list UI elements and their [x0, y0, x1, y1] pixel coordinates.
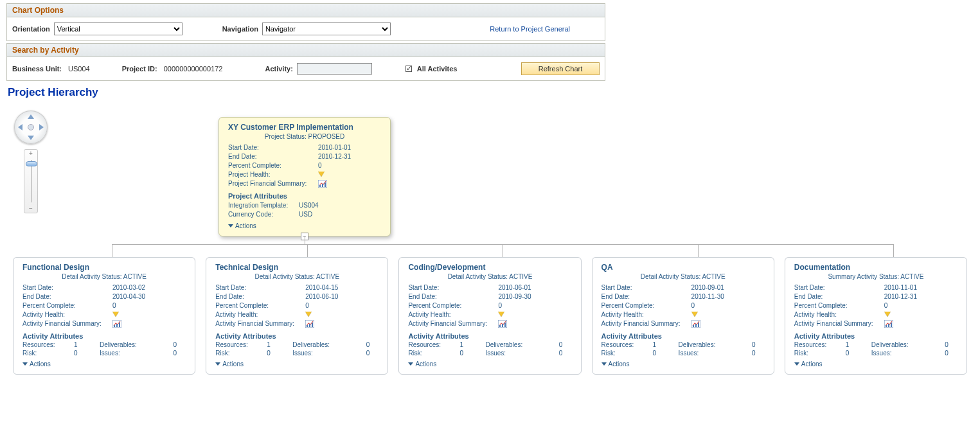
deliverables-value: 0: [537, 341, 562, 348]
activity-node[interactable]: DocumentationSummary Activity Status: AC…: [785, 257, 967, 375]
resources-label: Resources:: [22, 341, 74, 348]
svg-rect-21: [886, 325, 887, 327]
resources-label: Resources:: [794, 341, 846, 348]
connector-lines: [13, 236, 967, 257]
activity-health-label: Activity Health:: [215, 311, 305, 318]
activity-title: Documentation: [794, 263, 958, 272]
root-node[interactable]: XY Customer ERP Implementation Project S…: [218, 117, 391, 236]
root-node-status: Project Status: PROPOSED: [228, 133, 381, 140]
risk-label: Risk:: [22, 350, 74, 357]
svg-rect-5: [114, 325, 115, 327]
activity-actions-link[interactable]: Actions: [215, 360, 244, 368]
issues-label: Issues:: [485, 350, 537, 357]
root-actions-link[interactable]: Actions: [228, 222, 256, 229]
activity-node[interactable]: Technical DesignDetail Activity Status: …: [206, 257, 388, 375]
activity-status: Summary Activity Status: ACTIVE: [794, 273, 958, 280]
activity-actions-link[interactable]: Actions: [408, 360, 436, 368]
project-id-value: 000000000000172: [164, 65, 223, 73]
financial-summary-icon[interactable]: [112, 320, 121, 328]
activity-actions-link[interactable]: Actions: [22, 360, 51, 368]
activity-start-label: Start Date:: [601, 284, 691, 291]
issues-label: Issues:: [100, 350, 151, 357]
activity-start-label: Start Date:: [215, 284, 305, 291]
issues-label: Issues:: [871, 350, 923, 357]
all-activities-checkbox[interactable]: [405, 66, 412, 72]
issues-value: 0: [151, 350, 177, 357]
activity-input[interactable]: [297, 63, 372, 75]
activity-start-label: Start Date:: [408, 284, 498, 291]
activity-start-label: Start Date:: [794, 284, 884, 291]
business-unit-label: Business Unit:: [12, 65, 62, 73]
activity-pct-label: Percent Complete:: [408, 302, 498, 309]
svg-rect-6: [116, 324, 118, 327]
activity-end-value: 2010-12-31: [884, 293, 958, 300]
activity-node[interactable]: QADetail Activity Status: ACTIVEStart Da…: [592, 257, 774, 375]
risk-value: 0: [653, 350, 679, 357]
risk-label: Risk:: [215, 350, 267, 357]
refresh-chart-button[interactable]: Refresh Chart: [521, 62, 600, 75]
svg-rect-19: [698, 323, 699, 327]
navigation-select[interactable]: Navigator: [262, 22, 391, 35]
activity-actions-link[interactable]: Actions: [601, 360, 630, 368]
navigation-label: Navigation: [222, 25, 258, 33]
financial-summary-icon[interactable]: [305, 320, 314, 328]
svg-rect-17: [693, 325, 694, 327]
financial-summary-icon[interactable]: [318, 180, 327, 188]
activity-actions-link[interactable]: Actions: [794, 360, 823, 368]
health-warning-icon: [691, 312, 698, 317]
activity-fin-label: Activity Financial Summary:: [408, 320, 498, 329]
activity-pct-value: 0: [112, 302, 186, 309]
root-end-date-value: 2010-12-31: [318, 153, 381, 160]
issues-value: 0: [730, 350, 756, 357]
root-curr-label: Currency Code:: [228, 211, 299, 218]
activity-status: Detail Activity Status: ACTIVE: [22, 273, 186, 280]
activity-title: Technical Design: [215, 263, 379, 272]
chevron-down-icon: [22, 362, 28, 366]
chevron-down-icon: [794, 362, 799, 366]
resources-value: 1: [846, 341, 871, 348]
activity-end-value: 2010-06-10: [305, 293, 379, 300]
return-to-project-general-link[interactable]: Return to Project General: [490, 25, 570, 33]
activity-start-value: 2010-06-01: [498, 284, 571, 291]
risk-value: 0: [74, 350, 100, 357]
issues-value: 0: [537, 350, 562, 357]
activity-node[interactable]: Coding/DevelopmentDetail Activity Status…: [398, 257, 581, 375]
health-warning-icon: [318, 172, 325, 177]
risk-label: Risk:: [601, 350, 653, 357]
activity-label: Activity:: [265, 65, 292, 73]
activity-end-label: End Date:: [794, 293, 884, 300]
health-warning-icon: [498, 312, 504, 317]
risk-label: Risk:: [794, 350, 846, 357]
deliverables-label: Deliverables:: [292, 341, 344, 348]
svg-rect-13: [499, 325, 501, 327]
activity-start-value: 2010-09-01: [691, 284, 765, 291]
deliverables-value: 0: [923, 341, 949, 348]
svg-rect-23: [891, 323, 892, 327]
activity-title: Functional Design: [22, 263, 186, 272]
svg-rect-22: [888, 324, 889, 327]
activity-fin-label: Activity Financial Summary:: [215, 320, 305, 329]
activity-attributes-title: Activity Attributes: [601, 332, 765, 340]
financial-summary-icon[interactable]: [884, 320, 893, 328]
business-unit-value: US004: [68, 65, 90, 73]
orientation-select[interactable]: Vertical: [54, 22, 183, 35]
activity-fin-label: Activity Financial Summary:: [794, 320, 884, 329]
activity-end-value: 2010-11-30: [691, 293, 765, 300]
financial-summary-icon[interactable]: [691, 320, 700, 328]
deliverables-label: Deliverables:: [871, 341, 923, 348]
activity-pct-label: Percent Complete:: [794, 302, 884, 309]
risk-value: 0: [846, 350, 871, 357]
activity-title: Coding/Development: [408, 263, 571, 272]
resources-label: Resources:: [408, 341, 459, 348]
issues-value: 0: [923, 350, 949, 357]
resources-value: 1: [267, 341, 292, 348]
chevron-down-icon: [408, 362, 413, 366]
financial-summary-icon[interactable]: [498, 320, 507, 328]
activity-health-label: Activity Health:: [601, 311, 691, 318]
activity-start-value: 2010-11-01: [884, 284, 958, 291]
activity-pct-label: Percent Complete:: [22, 302, 112, 309]
activity-fin-label: Activity Financial Summary:: [22, 320, 112, 329]
activity-end-label: End Date:: [215, 293, 305, 300]
deliverables-value: 0: [730, 341, 756, 348]
activity-node[interactable]: Functional DesignDetail Activity Status:…: [13, 257, 195, 375]
